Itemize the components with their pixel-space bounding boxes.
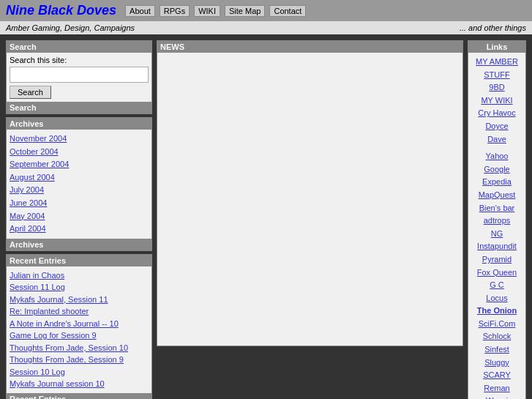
recent-entry-link[interactable]: A Note in Andre's Journal -- 10 [10,318,149,330]
recent-entry-link[interactable]: Mykafs Journal, Session 11 [10,294,149,306]
search-button[interactable]: Search [10,86,51,99]
recent-entries-header: Recent Entries [7,255,151,266]
nav-about[interactable]: About [125,5,155,17]
nav-sitemap[interactable]: Site Map [225,5,265,17]
news-box: NEWS [157,40,463,346]
recent-entry-link[interactable]: Session 10 Log [10,366,149,379]
links-item[interactable]: Sluggy [471,357,522,370]
links-item[interactable]: SciFi.Com [471,318,522,331]
tagline-left: Amber Gaming, Design, Campaigns [6,23,135,32]
search-box-content: Search this site: Search [7,53,151,102]
links-item[interactable]: Dave [471,133,522,146]
site-title[interactable]: Nine Black Doves [6,3,116,18]
archive-link[interactable]: November 2004 [10,133,149,146]
links-item[interactable]: MY AMBER STUFF [471,56,522,81]
search-box-header: Search [7,41,151,53]
recent-entry-link[interactable]: Thoughts From Jade, Session 9 [10,354,149,366]
links-item[interactable]: MapQuest [471,189,522,202]
recent-entry-link[interactable]: Game Log for Session 9 [10,329,149,342]
main-container: Search Search this site: Search Search A… [0,34,532,399]
left-column: Search Search this site: Search Search A… [6,40,152,399]
archives-content: November 2004October 2004September 2004A… [7,130,151,239]
links-item[interactable]: Expedia [471,176,522,189]
links-item[interactable]: G C [471,279,522,292]
links-item[interactable]: NG [471,228,522,241]
search-box: Search Search this site: Search Search [6,40,152,114]
header: Nine Black Doves About RPGs WIKI Site Ma… [0,0,532,21]
tagline-bar: Amber Gaming, Design, Campaigns ... and … [0,21,532,34]
links-content: MY AMBER STUFF9BDMY WIKICry HavocDoyceDa… [468,53,525,399]
links-item[interactable]: Doyce [471,120,522,133]
nav-rpgs[interactable]: RPGs [160,5,190,17]
links-item[interactable]: 9BD [471,81,522,94]
recent-entries-box: Recent Entries Julian in ChaosSession 11… [6,254,152,399]
links-item[interactable]: Cry Havoc [471,107,522,120]
nav-contact[interactable]: Contact [269,5,306,17]
recent-entries-content: Julian in ChaosSession 11 LogMykafs Jour… [7,266,151,393]
center-column: NEWS [157,40,463,399]
right-column: Links MY AMBER STUFF9BDMY WIKICry HavocD… [468,40,526,399]
links-box: Links MY AMBER STUFF9BDMY WIKICry HavocD… [468,40,526,399]
search-label: Search this site: [10,56,149,64]
links-item[interactable]: Bien's bar [471,202,522,215]
links-item[interactable]: Google [471,163,522,176]
tagline-right: ... and other things [460,23,526,32]
links-header: Links [468,41,525,53]
links-item[interactable]: Schlock [471,330,522,343]
links-item[interactable]: The Onion [471,305,522,318]
recent-entry-link[interactable]: Re: Implanted shooter [10,305,149,318]
links-item[interactable]: Pyramid [471,253,522,266]
news-content [157,53,462,346]
search-box-footer: Search [7,102,151,113]
search-input[interactable] [10,67,149,83]
links-item[interactable]: Instapundit [471,240,522,253]
links-item[interactable]: MY WIKI [471,94,522,108]
archive-link[interactable]: April 2004 [10,223,149,236]
archive-link[interactable]: September 2004 [10,158,149,171]
links-item[interactable]: SCARY [471,369,522,382]
links-item[interactable]: Fox Queen [471,266,522,280]
recent-entries-footer: Recent Entries [7,393,151,399]
recent-entry-link[interactable]: Thoughts From Jade, Session 10 [10,342,149,354]
recent-entry-link[interactable]: Mykafs Journal session 10 [10,378,149,390]
links-item[interactable]: Locus [471,292,522,305]
archives-header: Archives [7,118,151,130]
links-item[interactable]: Wapsi [471,395,522,399]
archive-link[interactable]: October 2004 [10,146,149,159]
links-item[interactable]: adtrops [471,215,522,228]
archives-footer: Archives [7,239,151,250]
archive-link[interactable]: August 2004 [10,171,149,184]
archive-link[interactable]: July 2004 [10,184,149,197]
nav-wiki[interactable]: WIKI [194,5,220,17]
archive-link[interactable]: June 2004 [10,197,149,210]
links-item[interactable]: Reman [471,382,522,395]
links-item[interactable]: Sinfest [471,343,522,357]
recent-entry-link[interactable]: Session 11 Log [10,281,149,294]
links-item[interactable]: Yahoo [471,150,522,163]
archives-box: Archives November 2004October 2004Septem… [6,117,152,251]
archive-link[interactable]: May 2004 [10,210,149,223]
news-header: NEWS [157,41,462,53]
recent-entry-link[interactable]: Julian in Chaos [10,269,149,282]
